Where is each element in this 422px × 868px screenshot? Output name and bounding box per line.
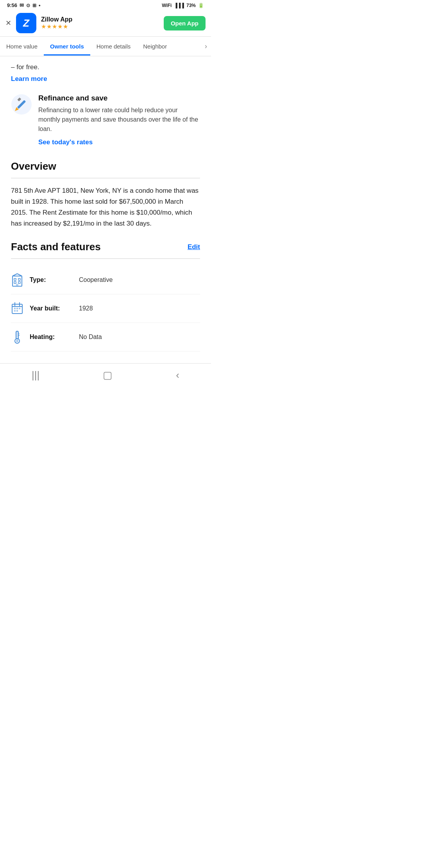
tab-neighbor[interactable]: Neighbor: [137, 38, 173, 56]
app-info: Zillow App ★★★★★: [41, 16, 159, 30]
svg-rect-9: [16, 284, 18, 286]
fact-value-heating: No Data: [79, 334, 102, 341]
signal-icon: ▐▐▐: [174, 3, 184, 8]
for-free-text: – for free.: [11, 63, 39, 71]
zillow-logo-letter: Z: [23, 17, 29, 29]
bottom-nav: ||| ▢ ‹: [0, 363, 211, 389]
close-button[interactable]: ✕: [5, 19, 11, 27]
overview-text: 781 5th Ave APT 1801, New York, NY is a …: [11, 185, 200, 229]
overview-divider: [11, 178, 200, 178]
svg-rect-8: [18, 282, 20, 283]
svg-rect-17: [16, 308, 18, 309]
battery-display: 73%: [186, 3, 196, 8]
fact-label-heating: Heating:: [30, 334, 73, 341]
refinance-icon: [11, 94, 32, 115]
fact-label-type: Type:: [30, 276, 73, 283]
battery-icon: 🔋: [198, 3, 204, 8]
fact-row-type: Type: Cooperative: [11, 266, 200, 294]
open-app-button[interactable]: Open App: [164, 16, 206, 30]
tab-home-details[interactable]: Home details: [90, 38, 137, 56]
facts-title: Facts and features: [11, 241, 101, 253]
learn-more-link[interactable]: Learn more: [11, 75, 47, 83]
fact-value-type: Cooperative: [79, 276, 113, 283]
facts-header: Facts and features Edit: [11, 241, 200, 253]
main-content: – for free. Learn more Refinance and sav…: [0, 56, 211, 352]
fact-row-year-built: Year built: 1928: [11, 294, 200, 323]
nav-tabs-inner: Home value Owner tools Home details Neig…: [0, 38, 201, 56]
see-rates-link[interactable]: See today's rates: [38, 138, 93, 146]
refinance-description: Refinancing to a lower rate could help r…: [38, 106, 200, 134]
time-display: 9:56: [7, 2, 17, 8]
mail-icon: ✉: [20, 2, 24, 8]
refinance-title: Refinance and save: [38, 94, 200, 102]
calendar-icon: [11, 301, 23, 316]
fact-label-year-built: Year built:: [30, 305, 73, 312]
refinance-text-block: Refinance and save Refinancing to a lowe…: [38, 94, 200, 146]
fact-value-year-built: 1928: [79, 305, 93, 312]
bottom-nav-home[interactable]: ▢: [103, 369, 113, 381]
wifi-icon: WiFi: [162, 3, 172, 8]
app-banner: ✕ Z Zillow App ★★★★★ Open App: [0, 10, 211, 37]
for-free-section: – for free. Learn more: [11, 56, 200, 83]
bottom-nav-menu[interactable]: |||: [32, 369, 39, 381]
app-icon: Z: [16, 13, 36, 33]
building-icon: [11, 273, 23, 287]
chrome-icon: ⊙: [26, 3, 30, 8]
refinance-section: Refinance and save Refinancing to a lowe…: [11, 94, 200, 146]
nav-tabs: Home value Owner tools Home details Neig…: [0, 37, 211, 56]
tab-home-value[interactable]: Home value: [0, 38, 44, 56]
svg-rect-7: [14, 282, 16, 283]
nav-arrow-right[interactable]: ›: [201, 37, 211, 56]
thermometer-icon: [11, 330, 23, 344]
dot-icon: •: [39, 2, 41, 8]
status-time: 9:56 ✉ ⊙ ⊞ •: [7, 2, 41, 8]
status-indicators: WiFi ▐▐▐ 73% 🔋: [162, 3, 204, 8]
app-name: Zillow App: [41, 16, 159, 23]
fact-row-heating: Heating: No Data: [11, 323, 200, 352]
tab-owner-tools[interactable]: Owner tools: [44, 38, 90, 56]
app-stars: ★★★★★: [41, 23, 159, 30]
svg-rect-20: [16, 310, 18, 312]
svg-rect-18: [19, 308, 20, 309]
svg-rect-16: [14, 308, 16, 309]
bottom-nav-back[interactable]: ‹: [176, 369, 179, 381]
overview-title: Overview: [11, 160, 200, 172]
status-bar: 9:56 ✉ ⊙ ⊞ • WiFi ▐▐▐ 73% 🔋: [0, 0, 211, 10]
svg-rect-19: [14, 310, 16, 312]
svg-rect-6: [18, 278, 20, 280]
edit-link[interactable]: Edit: [188, 243, 200, 251]
facts-divider: [11, 258, 200, 259]
svg-point-24: [16, 340, 18, 342]
svg-rect-5: [14, 278, 16, 280]
svg-rect-22: [17, 332, 18, 338]
grid-icon: ⊞: [32, 3, 36, 8]
